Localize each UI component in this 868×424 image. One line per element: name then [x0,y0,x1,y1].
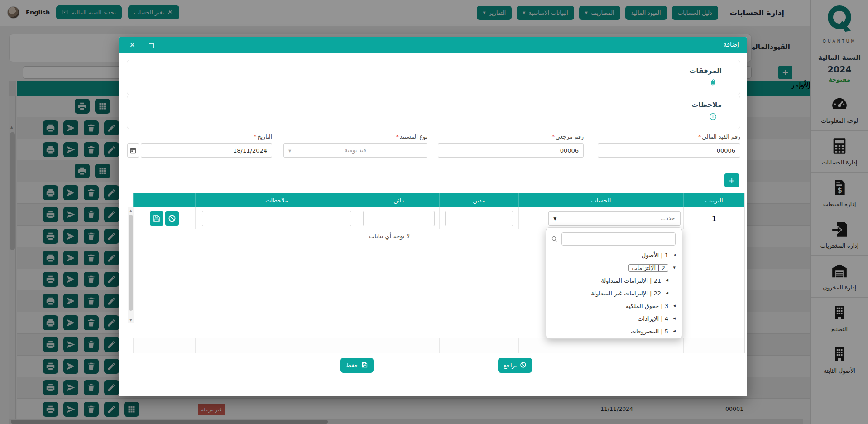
tree-item-label: 2 | الإلتزامات [628,264,668,272]
save-icon [361,361,368,370]
date-field[interactable] [141,143,272,158]
actions-cell [133,207,195,229]
reference-number-field[interactable] [438,143,584,158]
account-select-value: حدد... [660,215,675,222]
chevron-down-icon[interactable]: ▼ [672,266,676,270]
table-scrollbar-thumb[interactable] [129,215,133,311]
no-data-message: لا يوجد أي بيانات [331,233,448,240]
document-type-label: نوع المستند* [283,133,427,141]
scroll-up-icon[interactable]: ▲ [128,207,134,214]
entry-number-label: رقم القيد المالي* [598,133,740,141]
debit-input[interactable] [445,211,513,226]
calendar-icon [129,149,137,156]
maximize-icon[interactable] [149,43,154,48]
actions-column-header [133,193,195,207]
document-type-select[interactable]: قيد يومية ▼ [283,143,427,158]
info-icon [709,112,717,123]
account-search-input[interactable] [561,232,676,246]
tree-item-label: 3 | حقوق الملكية [626,303,668,309]
table-header-row: الترتيب الحساب مدين دائن ملاحظات [133,193,744,207]
tree-item-label: 21 | الإلتزامات المتداولة [601,277,661,284]
chevron-left-icon[interactable]: ◀ [672,329,676,333]
notes-column-header: ملاحظات [195,193,358,207]
tree-item-label: 5 | المصروفات [631,328,668,335]
table-footer-row [133,338,744,353]
line-notes-input[interactable] [202,211,351,226]
tree-item-21[interactable]: ◀21 | الإلتزامات المتداولة [546,274,682,287]
account-column-header: الحساب [518,193,683,207]
chevron-left-icon[interactable]: ◀ [665,279,668,282]
chevron-down-icon: ▼ [288,149,291,153]
credit-cell [358,207,439,229]
date-label: التاريخ* [141,133,272,141]
tree-item-1[interactable]: ◀1 | الأصول [546,249,682,261]
save-button[interactable]: حفظ [340,358,374,373]
table-row: 1 حدد... ▼ [133,207,744,229]
app-root: QUANTUM السنة المالية 2024 مفتوحة لوحة ا… [0,0,868,424]
search-icon [551,235,558,243]
document-type-value: قيد يومية [284,147,427,154]
close-icon[interactable]: × [129,41,135,49]
cancel-button[interactable]: تراجع [498,358,532,373]
order-column-header: الترتيب [683,193,744,207]
debit-cell [439,207,518,229]
debit-column-header: مدين [439,193,518,207]
add-entry-modal: إضافة × المرفقات ملاحظات رقم القيد المال… [119,37,747,396]
credit-input[interactable] [363,211,435,226]
tree-item-label: 4 | الإيرادات [638,315,668,322]
account-select[interactable]: حدد... ▼ [548,211,681,226]
tree-item-22[interactable]: ◀22 | الإلتزامات غير المتداولة [546,287,682,299]
cancel-line-button[interactable] [165,211,179,226]
scroll-down-icon[interactable]: ▼ [128,317,134,323]
table-scrollbar[interactable]: ▲ ▼ [128,207,134,323]
save-button-label: حفظ [346,362,358,369]
chevron-left-icon[interactable]: ◀ [672,253,676,257]
add-line-button[interactable]: + [724,173,739,187]
chevron-down-icon: ▼ [553,217,556,221]
tree-item-2[interactable]: ▼2 | الإلتزامات [546,261,682,274]
chevron-left-icon[interactable]: ◀ [665,291,668,295]
order-cell: 1 [683,207,744,229]
tree-item-4[interactable]: ◀4 | الإيرادات [546,312,682,325]
ban-icon [168,217,176,224]
ban-icon [520,361,527,370]
cancel-button-label: تراجع [504,362,517,369]
account-cell: حدد... ▼ [518,207,683,229]
credit-column-header: دائن [358,193,439,207]
account-tree: ◀1 | الأصول▼2 | الإلتزامات◀21 | الإلتزام… [546,249,682,337]
notes-panel[interactable]: ملاحظات [127,96,740,129]
tree-item-3[interactable]: ◀3 | حقوق الملكية [546,299,682,312]
save-icon [153,217,161,224]
date-picker-button[interactable] [127,143,139,158]
tree-item-label: 1 | الأصول [642,252,668,259]
attachments-panel[interactable]: المرفقات [127,60,740,95]
reference-number-label: رقم مرجعي* [438,133,584,141]
save-line-button[interactable] [150,211,163,226]
chevron-left-icon[interactable]: ◀ [672,304,676,308]
account-dropdown: ◀1 | الأصول▼2 | الإلتزامات◀21 | الإلتزام… [546,227,682,339]
modal-title: إضافة [724,41,739,48]
paperclip-icon [709,78,717,89]
chevron-left-icon[interactable]: ◀ [672,317,676,320]
tree-item-5[interactable]: ◀5 | المصروفات [546,325,682,337]
tree-item-label: 22 | الإلتزامات غير المتداولة [591,290,661,297]
notes-cell [195,207,358,229]
attachments-label: المرفقات [690,67,722,75]
notes-label: ملاحظات [691,101,722,109]
entry-number-field[interactable] [598,143,740,158]
modal-header: إضافة × [119,37,747,53]
